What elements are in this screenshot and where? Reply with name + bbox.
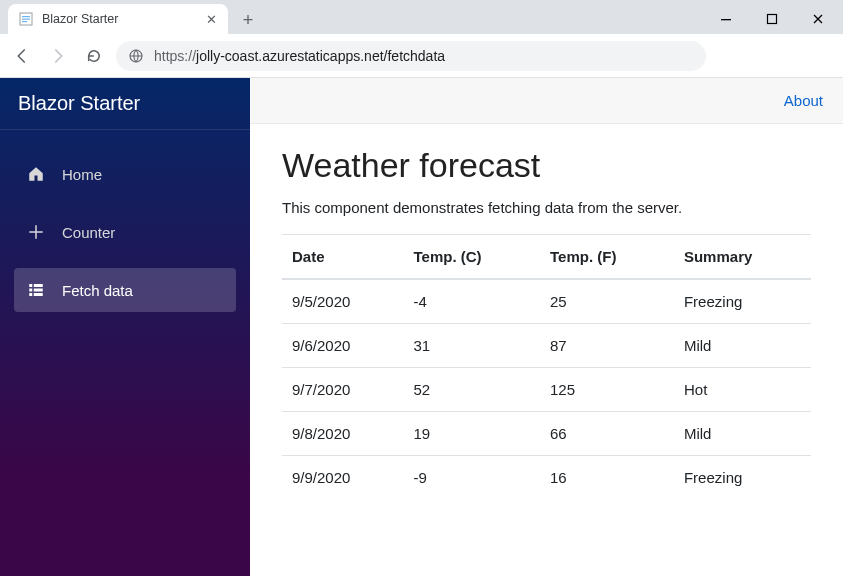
cell-temp-f: 125 — [540, 368, 674, 412]
cell-temp-c: 52 — [404, 368, 541, 412]
window-controls — [703, 2, 843, 34]
app: Blazor Starter Home Counter — [0, 78, 843, 576]
table-row: 9/8/2020 19 66 Mild — [282, 412, 811, 456]
table-row: 9/7/2020 52 125 Hot — [282, 368, 811, 412]
svg-rect-11 — [29, 293, 32, 296]
site-info-icon[interactable] — [128, 48, 144, 64]
cell-temp-c: -9 — [404, 456, 541, 500]
svg-rect-5 — [768, 15, 777, 24]
page-title: Weather forecast — [282, 146, 811, 185]
cell-date: 9/8/2020 — [282, 412, 404, 456]
col-summary: Summary — [674, 235, 811, 280]
browser-chrome: Blazor Starter ✕ + — [0, 0, 843, 78]
cell-date: 9/7/2020 — [282, 368, 404, 412]
svg-rect-3 — [22, 21, 27, 22]
sidebar: Blazor Starter Home Counter — [0, 78, 250, 576]
col-temp-f: Temp. (F) — [540, 235, 674, 280]
about-link[interactable]: About — [784, 92, 823, 109]
table-row: 9/5/2020 -4 25 Freezing — [282, 279, 811, 324]
forward-button[interactable] — [44, 42, 72, 70]
page-subtitle: This component demonstrates fetching dat… — [282, 199, 811, 216]
svg-rect-10 — [34, 289, 43, 292]
favicon-icon — [18, 11, 34, 27]
cell-temp-f: 66 — [540, 412, 674, 456]
cell-summary: Freezing — [674, 279, 811, 324]
cell-summary: Mild — [674, 324, 811, 368]
table-row: 9/6/2020 31 87 Mild — [282, 324, 811, 368]
svg-rect-9 — [29, 289, 32, 292]
col-temp-c: Temp. (C) — [404, 235, 541, 280]
svg-rect-7 — [29, 284, 32, 287]
forecast-table: Date Temp. (C) Temp. (F) Summary 9/5/202… — [282, 234, 811, 499]
cell-temp-f: 16 — [540, 456, 674, 500]
sidebar-item-home[interactable]: Home — [14, 152, 236, 196]
svg-rect-2 — [22, 19, 30, 20]
topbar: About — [250, 78, 843, 124]
url-text: https://jolly-coast.azurestaticapps.net/… — [154, 48, 445, 64]
sidebar-item-label: Fetch data — [62, 282, 133, 299]
titlebar: Blazor Starter ✕ + — [0, 0, 843, 34]
cell-temp-c: -4 — [404, 279, 541, 324]
sidebar-item-label: Counter — [62, 224, 115, 241]
cell-summary: Hot — [674, 368, 811, 412]
sidebar-item-label: Home — [62, 166, 102, 183]
sidebar-item-fetch-data[interactable]: Fetch data — [14, 268, 236, 312]
cell-summary: Freezing — [674, 456, 811, 500]
table-header-row: Date Temp. (C) Temp. (F) Summary — [282, 235, 811, 280]
svg-rect-4 — [721, 19, 731, 20]
cell-temp-f: 87 — [540, 324, 674, 368]
content-area: About Weather forecast This component de… — [250, 78, 843, 576]
table-row: 9/9/2020 -9 16 Freezing — [282, 456, 811, 500]
cell-temp-c: 19 — [404, 412, 541, 456]
list-icon — [26, 281, 46, 299]
cell-date: 9/5/2020 — [282, 279, 404, 324]
back-button[interactable] — [8, 42, 36, 70]
cell-date: 9/9/2020 — [282, 456, 404, 500]
brand-title[interactable]: Blazor Starter — [0, 78, 250, 130]
home-icon — [26, 165, 46, 183]
svg-rect-1 — [22, 16, 30, 17]
address-bar: https://jolly-coast.azurestaticapps.net/… — [0, 34, 843, 78]
close-tab-icon[interactable]: ✕ — [204, 12, 218, 27]
svg-rect-8 — [34, 284, 43, 287]
reload-button[interactable] — [80, 42, 108, 70]
plus-icon — [26, 223, 46, 241]
close-window-icon[interactable] — [795, 4, 841, 34]
cell-summary: Mild — [674, 412, 811, 456]
omnibox[interactable]: https://jolly-coast.azurestaticapps.net/… — [116, 41, 706, 71]
svg-rect-12 — [34, 293, 43, 296]
cell-date: 9/6/2020 — [282, 324, 404, 368]
minimize-icon[interactable] — [703, 4, 749, 34]
maximize-icon[interactable] — [749, 4, 795, 34]
tab-title: Blazor Starter — [42, 12, 196, 26]
col-date: Date — [282, 235, 404, 280]
cell-temp-c: 31 — [404, 324, 541, 368]
browser-tab[interactable]: Blazor Starter ✕ — [8, 4, 228, 34]
nav: Home Counter — [0, 152, 250, 312]
page: Weather forecast This component demonstr… — [250, 124, 843, 521]
new-tab-button[interactable]: + — [234, 6, 262, 34]
cell-temp-f: 25 — [540, 279, 674, 324]
sidebar-item-counter[interactable]: Counter — [14, 210, 236, 254]
